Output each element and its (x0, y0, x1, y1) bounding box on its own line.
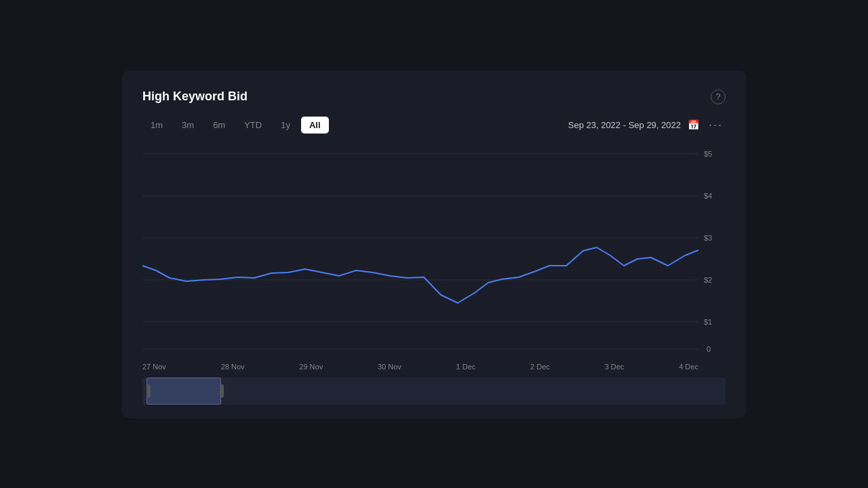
x-label-4dec: 4 Dec (679, 363, 698, 371)
help-icon[interactable]: ? (711, 89, 726, 104)
x-label-28nov: 28 Nov (221, 363, 245, 371)
x-label-29nov: 29 Nov (299, 363, 323, 371)
svg-text:$5: $5 (704, 150, 712, 158)
x-label-27nov: 27 Nov (142, 363, 166, 371)
date-range-group: Sep 23, 2022 - Sep 29, 2022 📅 ··· (568, 118, 726, 132)
btn-6m[interactable]: 6m (205, 117, 233, 134)
chart-line (142, 247, 698, 303)
btn-1m[interactable]: 1m (142, 117, 171, 134)
svg-text:$1: $1 (704, 318, 712, 326)
minimap-handle-right[interactable] (220, 384, 224, 398)
calendar-icon[interactable]: 📅 (688, 119, 699, 130)
minimap-handle-left[interactable] (146, 384, 151, 398)
chart-svg: $5 $4 $3 $2 $1 0 (142, 147, 726, 357)
x-axis: 27 Nov 28 Nov 29 Nov 30 Nov 1 Dec 2 Dec … (142, 357, 726, 371)
btn-ytd[interactable]: YTD (236, 117, 270, 134)
minimap[interactable] (142, 378, 726, 405)
btn-all[interactable]: All (301, 117, 329, 134)
chart-card: High Keyword Bid ? 1m 3m 6m YTD 1y All S… (122, 70, 746, 418)
x-label-1dec: 1 Dec (456, 363, 476, 371)
chart-area: $5 $4 $3 $2 $1 0 (142, 147, 726, 357)
x-label-2dec: 2 Dec (530, 363, 550, 371)
btn-3m[interactable]: 3m (174, 117, 202, 134)
svg-text:0: 0 (707, 345, 711, 353)
x-label-3dec: 3 Dec (605, 363, 625, 371)
date-range-text: Sep 23, 2022 - Sep 29, 2022 (568, 120, 681, 130)
more-options-button[interactable]: ··· (706, 118, 726, 132)
card-header: High Keyword Bid ? (142, 89, 726, 104)
toolbar: 1m 3m 6m YTD 1y All Sep 23, 2022 - Sep 2… (142, 117, 726, 134)
x-label-30nov: 30 Nov (378, 363, 401, 371)
minimap-selection[interactable] (146, 378, 221, 405)
svg-text:$3: $3 (704, 234, 712, 242)
btn-1y[interactable]: 1y (273, 117, 298, 134)
svg-text:$4: $4 (704, 192, 712, 200)
card-title: High Keyword Bid (142, 89, 248, 104)
svg-text:$2: $2 (704, 276, 712, 284)
